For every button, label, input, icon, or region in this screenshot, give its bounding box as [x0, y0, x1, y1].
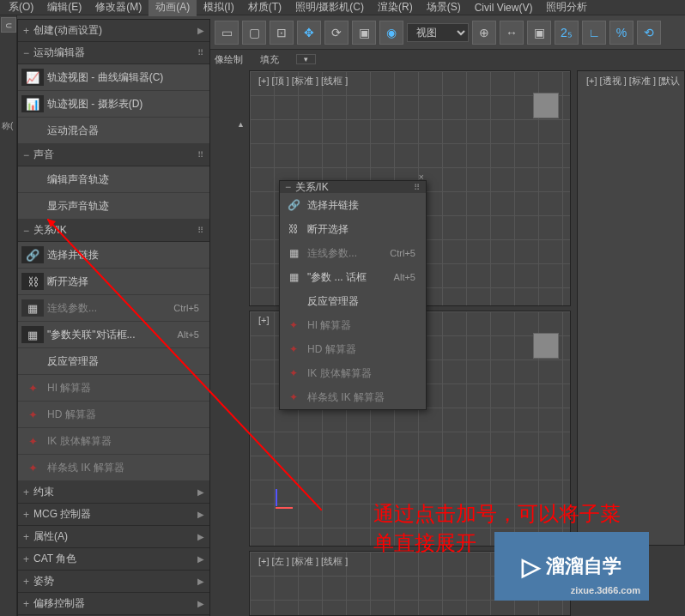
solver-icon: ✦ [21, 432, 44, 450]
section-constraint[interactable]: + 约束 ▶ [18, 481, 209, 504]
viewport-label-top[interactable]: [+] [顶 ] [标准 ] [线框 ] [258, 75, 348, 88]
view-dropdown[interactable]: 视图 [407, 23, 469, 42]
menu-simulate[interactable]: 模拟(I) [197, 0, 240, 16]
tool-marquee-icon[interactable]: ▢ [242, 21, 266, 45]
tool-rotate-icon[interactable]: ⟳ [324, 21, 349, 45]
popup-wire-param[interactable]: ▦ 连线参数... Ctrl+5 [280, 241, 426, 265]
section-offset[interactable]: + 偏移控制器 ▶ [18, 593, 209, 615]
tool-angle-icon[interactable]: ∟ [582, 21, 606, 45]
chevron-right-icon: ▶ [197, 554, 204, 564]
popup-select-link[interactable]: 🔗 选择并链接 [280, 193, 426, 217]
viewport-label-plus[interactable]: [+] [258, 315, 270, 325]
menu-civil-view[interactable]: Civil View(V) [468, 0, 540, 15]
scroll-up-icon[interactable]: ▲ [237, 120, 244, 129]
play-icon: ▷ [522, 553, 541, 581]
chevron-right-icon: ▶ [197, 532, 204, 541]
menu-show-sound[interactable]: 显示声音轨迹 [18, 193, 209, 220]
popup-reaction-manager[interactable]: 反应管理器 [280, 289, 426, 313]
menu-edit-sound[interactable]: 编辑声音轨迹 [18, 166, 209, 193]
wire-icon: ▦ [283, 245, 304, 261]
chevron-right-icon: ▶ [197, 510, 204, 519]
unlink-icon: ⛓ [21, 273, 44, 290]
menu-modifier[interactable]: 修改器(M) [88, 0, 149, 16]
tool-select-icon[interactable]: ▭ [215, 21, 239, 45]
menu-label: HD 解算器 [307, 342, 421, 357]
viewport-label-persp[interactable]: [+] [透视 ] [标准 ] [默认 [586, 75, 680, 88]
menu-spline-ik-solver[interactable]: ✦ 样条线 IK 解算器 [18, 455, 209, 481]
tool-add-icon[interactable]: ⊕ [472, 21, 496, 45]
menu-scene[interactable]: 场景(S) [420, 0, 468, 16]
popup-header[interactable]: − 关系/IK ⠿ [280, 181, 426, 193]
empty-icon [21, 353, 44, 370]
menu-hd-solver[interactable]: ✦ HD 解算器 [18, 402, 209, 428]
section-sound[interactable]: − 声音 ⠿ [18, 144, 209, 166]
shortcut: Alt+5 [394, 272, 421, 282]
empty-icon [21, 122, 44, 139]
popup-param-dialog[interactable]: ▦ "参数 ... 话框 Alt+5 [280, 265, 426, 289]
popup-title: 关系/IK [295, 180, 329, 195]
popup-spline-ik-solver[interactable]: ✦ 样条线 IK 解算器 [280, 385, 426, 409]
menu-motion-mixer[interactable]: 运动混合器 [18, 118, 209, 144]
object-cube[interactable] [533, 93, 559, 118]
menu-lighting[interactable]: 照明/摄影机(C) [288, 0, 371, 16]
menu-unlink[interactable]: ⛓ 断开选择 [18, 269, 209, 295]
section-cat[interactable]: + CAT 角色 ▶ [18, 548, 209, 571]
ik-popup-panel: × − 关系/IK ⠿ 🔗 选择并链接 ⛓ 断开选择 ▦ 连线参数... Ctr… [279, 180, 427, 410]
menu-edit[interactable]: 编辑(E) [40, 0, 88, 16]
menu-label: 选择并链接 [47, 248, 204, 263]
grip-icon: ⠿ [414, 183, 421, 192]
menu-label: 反应管理器 [47, 354, 204, 369]
viewport-label-left[interactable]: [+] [左 ] [标准 ] [线框 ] [258, 555, 348, 568]
menu-wire-param[interactable]: ▦ 连线参数... Ctrl+5 [18, 295, 209, 322]
menu-lighting-analysis[interactable]: 照明分析 [539, 0, 594, 16]
tool-fullscreen-icon[interactable]: ▣ [527, 21, 551, 45]
popup-unlink[interactable]: ⛓ 断开选择 [280, 217, 426, 241]
tool-z-icon[interactable]: ⟲ [637, 21, 661, 45]
shortcut: Ctrl+5 [173, 303, 204, 313]
axis-gizmo [273, 489, 299, 515]
menu-reaction-manager[interactable]: 反应管理器 [18, 348, 209, 375]
tool-percent-icon[interactable]: % [609, 21, 633, 45]
section-label: 关系/IK [33, 223, 67, 238]
popup-ik-limb-solver[interactable]: ✦ IK 肢体解算器 [280, 361, 426, 385]
x-axis-icon [276, 507, 293, 509]
menu-param-dialog[interactable]: ▦ "参数关联"对话框... Alt+5 [18, 322, 209, 348]
menu-material[interactable]: 材质(T) [241, 0, 288, 16]
left-strip-tool[interactable]: ⊂ [1, 17, 16, 33]
menu-system[interactable]: 系(O) [2, 0, 40, 16]
section-create[interactable]: + 创建(动画设置) ▶ [18, 20, 209, 42]
menu-ik-limb-solver[interactable]: ✦ IK 肢体解算器 [18, 428, 209, 455]
object-cube[interactable] [533, 333, 559, 359]
viewport-persp[interactable]: [+] [透视 ] [标准 ] [默认 [577, 70, 685, 546]
tool-placement-icon[interactable]: ◉ [379, 21, 403, 45]
menu-label: 连线参数... [47, 301, 173, 316]
menu-label: 断开选择 [307, 222, 421, 237]
popup-hi-solver[interactable]: ✦ HI 解算器 [280, 313, 426, 337]
menu-hi-solver[interactable]: ✦ HI 解算器 [18, 375, 209, 402]
dope-sheet-icon: 📊 [21, 95, 44, 112]
menu-label: 样条线 IK 解算器 [47, 461, 204, 475]
menu-label: 轨迹视图 - 摄影表(D) [47, 97, 204, 112]
menu-select-link[interactable]: 🔗 选择并链接 [18, 242, 209, 269]
menu-label: 显示声音轨迹 [47, 199, 204, 214]
shortcut: Alt+5 [178, 329, 204, 340]
section-attr[interactable]: + 属性(A) ▶ [18, 526, 209, 548]
menu-render[interactable]: 渲染(R) [371, 0, 420, 16]
shortcut: Ctrl+5 [390, 248, 421, 258]
tool-snap-icon[interactable]: 2₅ [555, 21, 579, 45]
tool-expand-icon[interactable]: ↔ [500, 21, 524, 45]
popup-hd-solver[interactable]: ✦ HD 解算器 [280, 337, 426, 361]
section-motion-editor[interactable]: − 运动编辑器 ⠿ [18, 42, 209, 64]
tool-scale-icon[interactable]: ▣ [352, 21, 376, 45]
solver-icon: ✦ [283, 365, 304, 381]
section-mcg[interactable]: + MCG 控制器 ▶ [18, 504, 209, 526]
section-ik[interactable]: − 关系/IK ⠿ [18, 220, 209, 242]
secondary-dropdown-icon[interactable]: ▾ [296, 54, 316, 64]
tool-move-icon[interactable]: ✥ [297, 21, 321, 45]
menu-track-dope-sheet[interactable]: 📊 轨迹视图 - 摄影表(D) [18, 91, 209, 118]
menu-track-curve-editor[interactable]: 📈 轨迹视图 - 曲线编辑器(C) [18, 64, 209, 91]
section-label: 姿势 [33, 574, 54, 589]
tool-window-icon[interactable]: ⊡ [270, 21, 294, 45]
menu-animation[interactable]: 动画(A) [149, 0, 197, 16]
section-pose[interactable]: + 姿势 ▶ [18, 571, 209, 593]
